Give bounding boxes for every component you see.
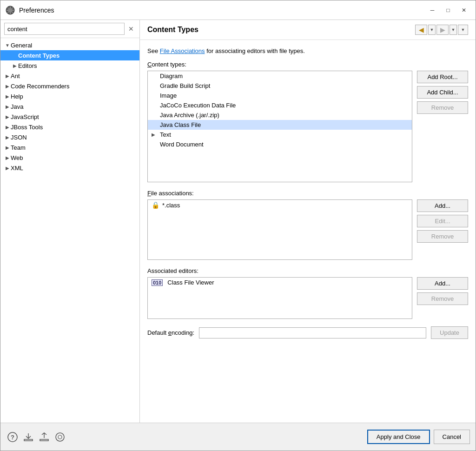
assoc-editors-label: Associated editors: — [147, 267, 468, 274]
forward-dropdown-button[interactable]: ▼ — [450, 25, 457, 35]
sidebar-item-help-label: Help — [11, 93, 23, 100]
content-types-label: Content types: — [147, 61, 468, 68]
label-java-class-file: Java Class File — [160, 121, 201, 128]
file-assoc-label: File associations: — [147, 190, 468, 197]
sidebar-item-team[interactable]: ▶ Team — [0, 142, 139, 153]
arrow-text: ▶ — [152, 132, 157, 137]
expand-arrow-content-types — [12, 53, 18, 58]
class-viewer-icon: 010 — [152, 279, 163, 286]
svg-point-7 — [58, 435, 62, 439]
list-item-image[interactable]: Image — [148, 91, 412, 100]
sidebar-item-ant[interactable]: ▶ Ant — [0, 71, 139, 81]
label-diagram: Diagram — [160, 73, 183, 80]
back-dropdown-button[interactable]: ▼ — [428, 25, 436, 35]
edit-assoc-button[interactable]: Edit... — [417, 215, 468, 227]
sidebar-item-xml-label: XML — [11, 165, 23, 172]
list-item-java-class-file[interactable]: Java Class File — [148, 120, 412, 130]
arrow-jar-zip — [152, 113, 157, 118]
sidebar-item-json[interactable]: ▶ JSON — [0, 132, 139, 142]
content-types-listbox[interactable]: Diagram Gradle Build Script Image — [147, 71, 412, 182]
content-types-section: Diagram Gradle Build Script Image — [147, 71, 468, 182]
arrow-jacoco — [152, 103, 157, 108]
sidebar-item-team-label: Team — [11, 144, 26, 151]
close-button[interactable]: ✕ — [457, 4, 471, 16]
label-class-assoc: *.class — [162, 202, 180, 209]
window-title: Preferences — [19, 7, 425, 14]
update-button[interactable]: Update — [431, 326, 468, 339]
remove-assoc-button[interactable]: Remove — [417, 230, 468, 243]
sidebar-item-help[interactable]: ▶ Help — [0, 91, 139, 101]
file-assoc-section: File associations: 🔒 *.class Add... Edit… — [147, 190, 468, 260]
remove-content-button[interactable]: Remove — [417, 101, 468, 114]
sidebar-item-editors[interactable]: ▶ Editors — [0, 60, 139, 71]
expand-arrow-web: ▶ — [4, 155, 11, 160]
expand-arrow-help: ▶ — [4, 94, 11, 99]
encoding-input[interactable] — [199, 327, 426, 338]
label-word: Word Document — [160, 141, 204, 148]
sidebar-item-jboss-tools[interactable]: ▶ JBoss Tools — [0, 122, 139, 132]
assoc-editors-listbox[interactable]: 010 Class File Viewer — [147, 277, 412, 319]
forward-button[interactable]: ▶ — [436, 25, 449, 35]
search-clear-button[interactable]: ✕ — [126, 24, 136, 33]
bottom-left-icons: ? — [6, 431, 367, 444]
list-item-text[interactable]: ▶ Text — [148, 130, 412, 139]
settings-circle-button[interactable] — [53, 431, 66, 444]
sidebar-item-java[interactable]: ▶ Java — [0, 101, 139, 112]
label-image: Image — [160, 92, 177, 99]
maximize-button[interactable]: □ — [441, 4, 455, 16]
minimize-button[interactable]: ─ — [425, 4, 439, 16]
arrow-gradle — [152, 83, 157, 88]
sidebar-item-java-label: Java — [11, 103, 23, 110]
label-class-viewer: Class File Viewer — [167, 279, 214, 286]
encoding-label: Default encoding: — [147, 329, 194, 336]
tree-container: ▼ General Content Types ▶ Editors ▶ Ant — [0, 38, 139, 423]
add-editor-button[interactable]: Add... — [417, 277, 468, 290]
sidebar: ✕ ▼ General Content Types ▶ Editors — [0, 20, 140, 423]
apply-close-button[interactable]: Apply and Close — [367, 430, 430, 444]
help-button[interactable]: ? — [6, 431, 19, 444]
add-child-button[interactable]: Add Child... — [417, 86, 468, 99]
menu-button[interactable]: ▼ — [458, 25, 468, 35]
sidebar-item-general[interactable]: ▼ General — [0, 40, 139, 50]
list-item-class[interactable]: 🔒 *.class — [148, 200, 412, 210]
expand-arrow-editors: ▶ — [12, 63, 18, 68]
description-text: See File Associations for associating ed… — [147, 47, 468, 54]
file-assoc-list-section: 🔒 *.class Add... Edit... Remove — [147, 199, 468, 260]
list-item-diagram[interactable]: Diagram — [148, 71, 412, 81]
arrow-image — [152, 93, 157, 98]
encoding-row: Default encoding: Update — [147, 326, 468, 339]
remove-editor-button[interactable]: Remove — [417, 292, 468, 305]
right-panel: Content Types ◀ ▼ ▶ ▼ ▼ See File Associa… — [140, 20, 476, 423]
file-assoc-listbox[interactable]: 🔒 *.class — [147, 199, 412, 260]
search-input[interactable] — [4, 23, 125, 35]
sidebar-item-content-types[interactable]: Content Types — [0, 50, 139, 60]
list-item-jacoco[interactable]: JaCoCo Execution Data File — [148, 100, 412, 110]
add-root-button[interactable]: Add Root... — [417, 71, 468, 83]
expand-arrow-general: ▼ — [4, 43, 11, 48]
desc-prefix: See — [147, 47, 160, 54]
list-item-gradle[interactable]: Gradle Build Script — [148, 81, 412, 91]
svg-rect-5 — [40, 439, 48, 441]
expand-arrow-java: ▶ — [4, 104, 11, 109]
list-item-class-viewer[interactable]: 010 Class File Viewer — [148, 278, 412, 287]
title-bar: Preferences ─ □ ✕ — [0, 0, 476, 20]
sidebar-item-code-recommenders[interactable]: ▶ Code Recommenders — [0, 81, 139, 91]
label-jacoco: JaCoCo Execution Data File — [160, 102, 236, 109]
file-associations-link[interactable]: File Associations — [160, 47, 205, 54]
sidebar-item-json-label: JSON — [11, 134, 27, 141]
sidebar-item-content-types-label: Content Types — [18, 52, 60, 59]
import-button[interactable] — [22, 431, 35, 444]
sidebar-item-web[interactable]: ▶ Web — [0, 153, 139, 163]
back-button[interactable]: ◀ — [415, 25, 427, 35]
panel-body: See File Associations for associating ed… — [140, 40, 476, 423]
export-button[interactable] — [38, 431, 51, 444]
sidebar-item-javascript[interactable]: ▶ JavaScript — [0, 112, 139, 122]
expand-arrow-team: ▶ — [4, 145, 11, 150]
sidebar-item-xml[interactable]: ▶ XML — [0, 163, 139, 173]
list-item-word[interactable]: Word Document — [148, 139, 412, 149]
sidebar-item-jboss-tools-label: JBoss Tools — [11, 124, 43, 131]
sidebar-item-web-label: Web — [11, 154, 23, 161]
add-assoc-button[interactable]: Add... — [417, 199, 468, 212]
cancel-button[interactable]: Cancel — [434, 430, 470, 444]
list-item-jar-zip[interactable]: Java Archive (.jar/.zip) — [148, 110, 412, 120]
